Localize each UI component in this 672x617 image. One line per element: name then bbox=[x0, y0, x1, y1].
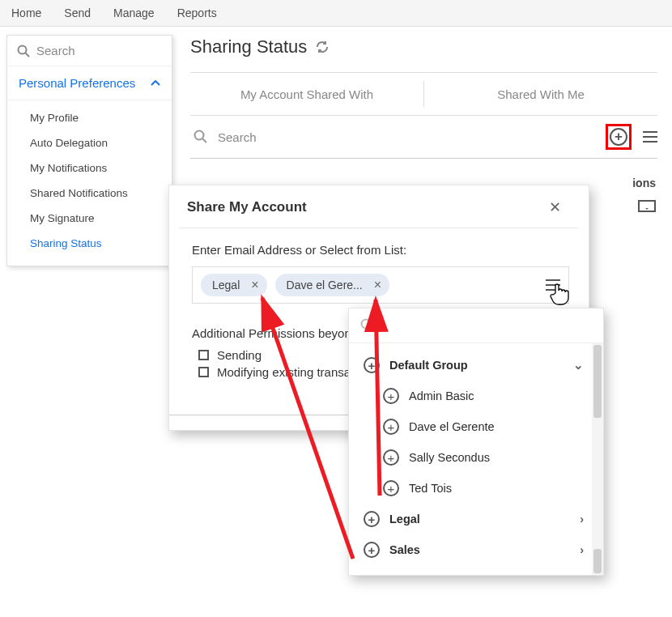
modal-title: Share My Account bbox=[187, 199, 307, 215]
sidebar-items: My Profile Auto Delegation My Notificati… bbox=[7, 100, 172, 266]
tab-shared-with[interactable]: My Account Shared With bbox=[190, 73, 423, 115]
content-search-input[interactable]: Search bbox=[190, 130, 594, 144]
add-icon[interactable]: + bbox=[383, 449, 399, 466]
sidebar-item-my-profile[interactable]: My Profile bbox=[7, 105, 172, 130]
sidebar: Search Personal Preferences My Profile A… bbox=[6, 35, 172, 266]
perm-sending-label: Sending bbox=[217, 348, 262, 362]
group-label: Default Group bbox=[389, 359, 468, 372]
user-label: Sally Secondus bbox=[409, 451, 490, 464]
nav-send[interactable]: Send bbox=[64, 6, 91, 19]
user-label: Dave el Gerente bbox=[409, 420, 495, 433]
add-icon[interactable]: + bbox=[383, 419, 399, 435]
background-fragment: ions bbox=[632, 177, 656, 215]
chip-label: Dave el Gere... bbox=[287, 279, 363, 291]
chip-legal[interactable]: Legal × bbox=[201, 274, 267, 296]
user-admin-basic[interactable]: + Admin Basic bbox=[360, 381, 587, 411]
add-icon[interactable]: + bbox=[364, 511, 380, 527]
sidebar-item-auto-delegation[interactable]: Auto Delegation bbox=[7, 130, 172, 155]
chevron-right-icon[interactable]: › bbox=[580, 513, 584, 526]
tab-shared-with-me[interactable]: Shared With Me bbox=[424, 73, 657, 115]
user-dave-el-gerente[interactable]: + Dave el Gerente bbox=[360, 411, 587, 442]
svg-line-1 bbox=[26, 53, 30, 57]
popover-scrollbar[interactable] bbox=[592, 343, 603, 575]
nav-reports[interactable]: Reports bbox=[177, 6, 217, 19]
group-default[interactable]: + Default Group ⌄ bbox=[360, 350, 587, 381]
page-title: Sharing Status bbox=[190, 36, 307, 57]
sidebar-search-placeholder: Search bbox=[36, 44, 75, 57]
sidebar-search[interactable]: Search bbox=[7, 36, 172, 66]
chevron-up-icon bbox=[151, 80, 160, 87]
search-icon bbox=[194, 130, 208, 144]
popover-search[interactable] bbox=[349, 308, 603, 343]
list-options-icon[interactable] bbox=[643, 131, 657, 143]
top-nav: Home Send Manage Reports bbox=[0, 0, 672, 27]
checkbox-icon[interactable] bbox=[198, 350, 209, 360]
add-icon[interactable]: + bbox=[364, 542, 380, 558]
email-list-label: Enter Email Address or Select from List: bbox=[192, 243, 569, 257]
add-icon[interactable]: + bbox=[364, 357, 380, 373]
close-icon[interactable]: ✕ bbox=[549, 198, 561, 216]
sidebar-section-personal-preferences[interactable]: Personal Preferences bbox=[7, 66, 172, 100]
content-search-row: Search + bbox=[190, 116, 657, 159]
nav-manage[interactable]: Manage bbox=[113, 6, 155, 19]
user-label: Admin Basic bbox=[409, 389, 474, 402]
svg-line-5 bbox=[370, 328, 374, 332]
group-sales[interactable]: + Sales › bbox=[360, 534, 587, 565]
add-icon[interactable]: + bbox=[383, 480, 399, 496]
envelope-icon bbox=[638, 200, 656, 212]
group-legal[interactable]: + Legal › bbox=[360, 504, 587, 534]
sidebar-section-label: Personal Preferences bbox=[19, 76, 135, 90]
popover-list: + Default Group ⌄ + Admin Basic + Dave e… bbox=[349, 343, 592, 575]
recipient-picker-icon[interactable] bbox=[546, 279, 560, 291]
perm-modify-label: Modifying existing transacti bbox=[217, 365, 363, 379]
scroll-thumb[interactable] bbox=[593, 549, 602, 573]
sidebar-item-sharing-status[interactable]: Sharing Status bbox=[7, 231, 172, 256]
sidebar-item-my-signature[interactable]: My Signature bbox=[7, 206, 172, 231]
group-label: Legal bbox=[389, 513, 420, 526]
svg-line-3 bbox=[203, 139, 207, 143]
chevron-right-icon[interactable]: › bbox=[580, 543, 584, 556]
page-title-row: Sharing Status bbox=[190, 36, 657, 72]
sidebar-item-shared-notifications[interactable]: Shared Notifications bbox=[7, 181, 172, 206]
add-share-button[interactable]: + bbox=[610, 128, 627, 146]
group-label: Sales bbox=[389, 543, 420, 556]
chip-dave[interactable]: Dave el Gere... × bbox=[275, 274, 390, 296]
scroll-thumb[interactable] bbox=[593, 345, 602, 418]
checkbox-icon[interactable] bbox=[198, 367, 209, 377]
svg-point-0 bbox=[19, 45, 27, 53]
refresh-icon[interactable] bbox=[315, 40, 330, 54]
search-icon bbox=[17, 45, 30, 57]
svg-point-2 bbox=[195, 131, 204, 140]
user-label: Ted Tois bbox=[409, 482, 452, 495]
recipient-chip-input[interactable]: Legal × Dave el Gere... × bbox=[192, 266, 569, 304]
add-icon[interactable]: + bbox=[383, 388, 399, 404]
nav-home[interactable]: Home bbox=[11, 6, 41, 19]
user-sally-secondus[interactable]: + Sally Secondus bbox=[360, 442, 587, 473]
sidebar-item-my-notifications[interactable]: My Notifications bbox=[7, 155, 172, 181]
svg-point-4 bbox=[362, 320, 371, 329]
tabs: My Account Shared With Shared With Me bbox=[190, 73, 657, 115]
chevron-down-icon[interactable]: ⌄ bbox=[573, 359, 584, 372]
search-icon bbox=[360, 318, 375, 333]
add-share-highlight: + bbox=[606, 124, 632, 150]
chip-remove-icon[interactable]: × bbox=[374, 278, 381, 292]
user-group-picker: + Default Group ⌄ + Admin Basic + Dave e… bbox=[348, 308, 604, 576]
content-search-placeholder: Search bbox=[218, 130, 257, 144]
chip-remove-icon[interactable]: × bbox=[251, 278, 258, 292]
chip-label: Legal bbox=[212, 279, 240, 291]
permissions-header-fragment: ions bbox=[632, 177, 656, 189]
user-ted-tois[interactable]: + Ted Tois bbox=[360, 473, 587, 504]
